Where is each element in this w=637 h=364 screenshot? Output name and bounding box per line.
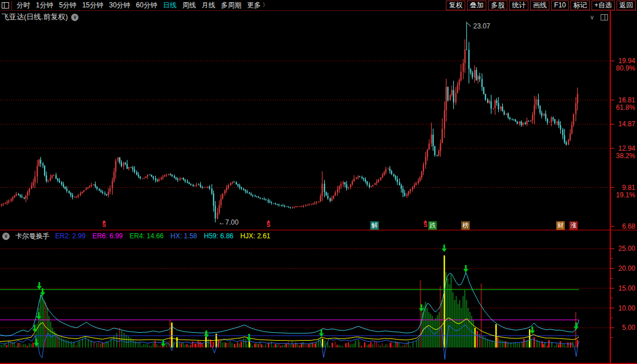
toolbar-button-标记[interactable]: 标记: [570, 1, 590, 10]
s-marker-label: S: [101, 222, 107, 228]
panel-divider: [0, 230, 637, 230]
more-arrow-icon[interactable]: 〉: [262, 1, 268, 9]
toolbar-buttons: 复权叠加多股统计画线F10标记+自选返回: [446, 1, 636, 10]
event-badge-涨[interactable]: 涨: [569, 221, 578, 230]
axis-label-percent: 38.2%: [616, 152, 635, 160]
axis-label-indicator: 5.00: [622, 324, 636, 332]
ex-rights-marker[interactable]: S: [423, 220, 428, 228]
split-window-icon[interactable]: [2, 2, 9, 9]
period-items: 分时1分钟5分钟15分钟30分钟60分钟日线周线月线多周期更多: [14, 1, 263, 10]
axis-label-percent: 19.1%: [616, 191, 635, 199]
period-menu: 分时1分钟5分钟15分钟30分钟60分钟日线周线月线多周期更多 〉: [0, 0, 268, 10]
event-badge-财[interactable]: 财: [556, 221, 565, 230]
indicator-field-H59: H59: 6.86: [204, 232, 234, 240]
axis-label-price: 14.87: [618, 120, 635, 128]
ex-rights-marker[interactable]: S: [101, 220, 107, 228]
period-item-30分钟[interactable]: 30分钟: [109, 1, 130, 10]
period-item-月线[interactable]: 月线: [201, 1, 215, 10]
s-marker-label: S: [423, 222, 428, 228]
indicator-name: 卡尔曼换手: [15, 231, 49, 241]
period-item-更多[interactable]: 更多: [247, 1, 260, 10]
axis-label-percent: 61.8%: [616, 104, 635, 111]
top-toolbar: 分时1分钟5分钟15分钟30分钟60分钟日线周线月线多周期更多 〉 复权叠加多股…: [0, 0, 637, 11]
price-annotation-high: 23.07: [473, 22, 490, 30]
toolbar-button-+自选[interactable]: +自选: [592, 1, 615, 10]
ex-rights-marker[interactable]: S: [266, 220, 271, 228]
s-marker-label: S: [266, 222, 271, 228]
indicator-field-ER6: ER6: 6.99: [92, 232, 122, 240]
period-item-15分钟[interactable]: 15分钟: [82, 1, 103, 10]
toolbar-button-复权[interactable]: 复权: [446, 1, 465, 10]
sell-signal-arrow-icon: [204, 330, 209, 338]
event-badge-跌[interactable]: 跌: [428, 221, 437, 230]
main-price-chart[interactable]: 23.07←7.0019.9480.9%16.8161.8%14.8712.94…: [0, 11, 637, 230]
chevron-down-icon[interactable]: ∨: [2, 233, 10, 240]
axis-label-price: 16.81: [618, 96, 635, 104]
toolbar-button-返回[interactable]: 返回: [617, 1, 636, 10]
period-item-多周期[interactable]: 多周期: [221, 1, 241, 10]
indicator-field-ER4: ER4: 14.66: [130, 232, 164, 240]
period-item-周线[interactable]: 周线: [182, 1, 196, 10]
sell-signal-arrow-icon: [442, 245, 447, 252]
period-item-日线[interactable]: 日线: [163, 1, 176, 10]
axis-label-price: 9.81: [622, 184, 636, 192]
period-item-分时[interactable]: 分时: [16, 1, 30, 10]
toolbar-button-F10[interactable]: F10: [551, 1, 569, 10]
toolbar-separator: [11, 1, 12, 10]
sell-signal-arrow-icon: [161, 340, 166, 347]
trading-app-window: 分时1分钟5分钟15分钟30分钟60分钟日线周线月线多周期更多 〉 复权叠加多股…: [0, 0, 637, 364]
axis-label-price: 19.94: [618, 57, 635, 65]
axis-label-percent: 80.9%: [616, 64, 635, 72]
event-badge-榜[interactable]: 榜: [461, 221, 470, 230]
axis-label-price: 6.68: [622, 222, 636, 230]
axis-label-indicator: 25.00: [618, 245, 635, 253]
axis-label-indicator: 10.00: [618, 304, 635, 312]
axis-label-indicator: 15.00: [618, 284, 635, 292]
axis-label-indicator: 20.00: [618, 264, 635, 272]
indicator-field-ER2: ER2: 2.99: [55, 232, 85, 240]
indicator-chart[interactable]: 25.0020.0015.0010.005.00: [0, 242, 637, 363]
period-item-5分钟[interactable]: 5分钟: [59, 1, 77, 10]
toolbar-button-统计[interactable]: 统计: [509, 1, 528, 10]
indicator-values: ER2: 2.99ER6: 6.99ER4: 14.66HX: 1.58H59:…: [55, 232, 270, 240]
toolbar-button-画线[interactable]: 画线: [530, 1, 549, 10]
toolbar-button-叠加[interactable]: 叠加: [467, 1, 486, 10]
period-item-60分钟[interactable]: 60分钟: [136, 1, 157, 10]
price-axis-line: [610, 11, 611, 363]
indicator-field-HJX: HJX: 2.61: [241, 232, 271, 240]
indicator-header: ∨ 卡尔曼换手 ER2: 2.99ER6: 6.99ER4: 14.66HX: …: [0, 231, 611, 241]
period-item-1分钟[interactable]: 1分钟: [36, 1, 53, 10]
toolbar-button-多股[interactable]: 多股: [488, 1, 507, 10]
indicator-field-HX: HX: 1.58: [171, 232, 197, 240]
price-annotation-low: ←7.00: [218, 218, 239, 226]
axis-label-price: 12.94: [618, 144, 635, 152]
event-badge-解[interactable]: 解: [370, 221, 379, 230]
